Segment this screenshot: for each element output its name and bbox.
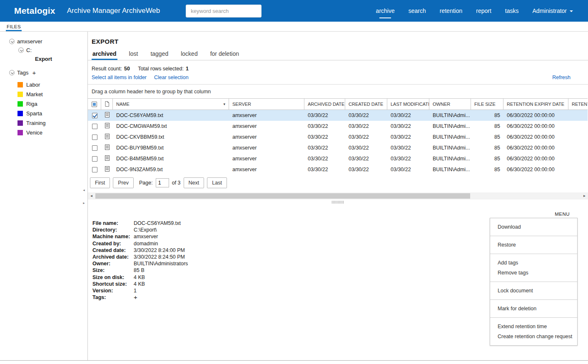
sidebar-tag-training[interactable]: Training — [0, 118, 87, 128]
column-header-name[interactable]: NAME ▾ — [113, 99, 229, 110]
cell-name: DOC-CKVBBM59.txt — [113, 132, 229, 142]
scrollbar-thumb[interactable] — [95, 193, 470, 199]
column-header-archived-date[interactable]: ARCHIVED DATE — [304, 99, 345, 110]
sidebar-tag-labor[interactable]: Labor — [0, 80, 87, 90]
tab-files[interactable]: FILES — [6, 23, 22, 31]
menu-item-download[interactable]: Download — [490, 222, 577, 232]
detail-label: Created by: — [92, 240, 134, 247]
menu-item-lock-document[interactable]: Lock document — [490, 286, 577, 296]
sidebar-tag-market[interactable]: Market — [0, 90, 87, 99]
doc-type-column-header[interactable] — [101, 99, 113, 110]
detail-label: Machine name: — [92, 233, 134, 240]
select-all-checkbox[interactable] — [92, 102, 97, 107]
keyword-search-input[interactable] — [186, 5, 262, 17]
selection-links: Select all items in folder Clear selecti… — [92, 75, 571, 80]
table-row[interactable]: DOC-9N3ZAM59.txt amxserver 03/30/22 03/3… — [88, 164, 588, 175]
sidebar-tag-venice[interactable]: Venice — [0, 128, 87, 137]
column-header-created-date[interactable]: CREATED DATE — [345, 99, 387, 110]
row-checkbox[interactable] — [92, 135, 97, 140]
tree-item-c-drive[interactable]: C: — [0, 46, 87, 55]
splitter-collapse-right-icon[interactable]: ► — [82, 202, 85, 204]
detail-label: Archived date: — [92, 254, 134, 260]
nav-item-archive[interactable]: archive — [376, 7, 395, 14]
cell-name: DOC-B4M5BM59.txt — [113, 153, 229, 164]
menu-group: Download — [490, 218, 577, 236]
context-menu: DownloadRestoreAdd tagsRemove tagsLock d… — [490, 218, 578, 346]
tab-tagged[interactable]: tagged — [149, 48, 169, 60]
table-row[interactable]: DOC-CKVBBM59.txt amxserver 03/30/22 03/3… — [88, 132, 588, 142]
menu-item-remove-tags[interactable]: Remove tags — [490, 268, 577, 278]
table-row[interactable]: DOC-CMGWAM59.txt amxserver 03/30/22 03/3… — [88, 121, 588, 132]
expand-collapse-icon[interactable] — [18, 47, 24, 53]
files-tab-bar: FILES — [0, 22, 588, 32]
last-page-button[interactable]: Last — [207, 177, 227, 188]
row-checkbox[interactable] — [92, 145, 97, 151]
select-all-checkbox-cell[interactable] — [88, 99, 101, 110]
sidebar-tag-sparta[interactable]: Sparta — [0, 109, 87, 118]
column-header-last-modification[interactable]: LAST MODIFICATI — [387, 99, 429, 110]
page-number-input[interactable] — [156, 178, 169, 187]
cell-retention-expiry: 06/30/2022 00:00:00 — [503, 121, 568, 132]
splitter-handle[interactable] — [88, 199, 588, 205]
expand-collapse-icon[interactable] — [9, 39, 15, 44]
column-label: NAME — [116, 102, 130, 107]
row-checkbox[interactable] — [92, 156, 97, 162]
tag-label: Market — [26, 91, 43, 97]
menu-item-extend-retention-time[interactable]: Extend retention time — [490, 322, 577, 332]
sidebar-tag-riga[interactable]: Riga — [0, 99, 87, 109]
row-checkbox[interactable] — [92, 113, 97, 118]
scroll-right-arrow[interactable]: ► — [581, 192, 588, 199]
detail-label: Created date: — [92, 247, 134, 254]
splitter-collapse-left-icon[interactable]: ◄ — [82, 189, 85, 192]
tab-lost[interactable]: lost — [128, 48, 139, 60]
next-page-button[interactable]: Next — [184, 177, 204, 188]
menu-item-add-tags[interactable]: Add tags — [490, 258, 577, 268]
tree-item-amxserver[interactable]: amxserver — [0, 37, 87, 46]
nav-item-report[interactable]: report — [476, 7, 491, 14]
add-tag-button[interactable]: + — [32, 70, 36, 75]
column-header-retention-truncated[interactable]: RETENT — [568, 99, 588, 110]
cell-retention-truncated — [568, 121, 588, 132]
rows-selected-value: 1 — [186, 66, 189, 72]
file-details-panel: File name:DOC-CS6YAM59.txtDirectory:C:\E… — [88, 205, 588, 355]
nav-item-retention[interactable]: retention — [440, 7, 462, 14]
nav-item-administrator[interactable]: Administrator — [533, 7, 573, 14]
menu-item-mark-for-deletion[interactable]: Mark for deletion — [490, 304, 577, 314]
menu-group: Add tagsRemove tags — [490, 254, 577, 282]
prev-page-button[interactable]: Prev — [113, 177, 134, 188]
group-by-drop-zone[interactable]: Drag a column header here to group by th… — [88, 85, 588, 98]
select-all-link[interactable]: Select all items in folder — [92, 75, 147, 80]
first-page-button[interactable]: First — [90, 177, 110, 188]
expand-collapse-icon[interactable] — [9, 70, 15, 75]
horizontal-scrollbar[interactable]: ◄ ► — [88, 192, 588, 199]
column-menu-icon[interactable]: ▾ — [223, 102, 225, 106]
nav-item-tasks[interactable]: tasks — [505, 7, 519, 14]
tag-label: Sparta — [26, 110, 42, 117]
table-row[interactable]: DOC-BUY9BM59.txt amxserver 03/30/22 03/3… — [88, 142, 588, 153]
column-header-owner[interactable]: OWNER — [429, 99, 471, 110]
column-header-retention-expiry[interactable]: RETENTION EXPIRY DATE — [503, 99, 568, 110]
tree-item-export[interactable]: Export — [0, 55, 87, 63]
column-header-server[interactable]: SERVER — [229, 99, 304, 110]
cell-created-date: 03/30/22 — [345, 153, 387, 164]
tab-archived[interactable]: archived — [92, 48, 117, 60]
menu-item-restore[interactable]: Restore — [490, 240, 577, 250]
tag-color-swatch — [17, 101, 23, 107]
clear-selection-link[interactable]: Clear selection — [154, 75, 189, 80]
refresh-link[interactable]: Refresh — [552, 75, 571, 80]
scroll-left-arrow[interactable]: ◄ — [88, 192, 95, 199]
document-icon — [105, 155, 110, 162]
document-icon — [105, 112, 110, 119]
cell-file-size: 85 — [471, 142, 503, 153]
table-row[interactable]: DOC-B4M5BM59.txt amxserver 03/30/22 03/3… — [88, 153, 588, 164]
tab-locked[interactable]: locked — [180, 48, 198, 60]
content-body: amxserver C: Export Tags + LaborMarketRi… — [0, 32, 588, 361]
menu-item-create-retention-change-request[interactable]: Create retention change request — [490, 332, 577, 342]
tab-for-deletion[interactable]: for deletion — [209, 48, 240, 60]
nav-item-search[interactable]: search — [409, 7, 426, 14]
column-header-file-size[interactable]: FILE SIZE — [471, 99, 503, 110]
row-checkbox[interactable] — [92, 167, 97, 172]
row-checkbox[interactable] — [92, 124, 97, 129]
table-row[interactable]: DOC-CS6YAM59.txt amxserver 03/30/22 03/3… — [88, 110, 588, 121]
tree-item-tags[interactable]: Tags + — [0, 68, 87, 77]
